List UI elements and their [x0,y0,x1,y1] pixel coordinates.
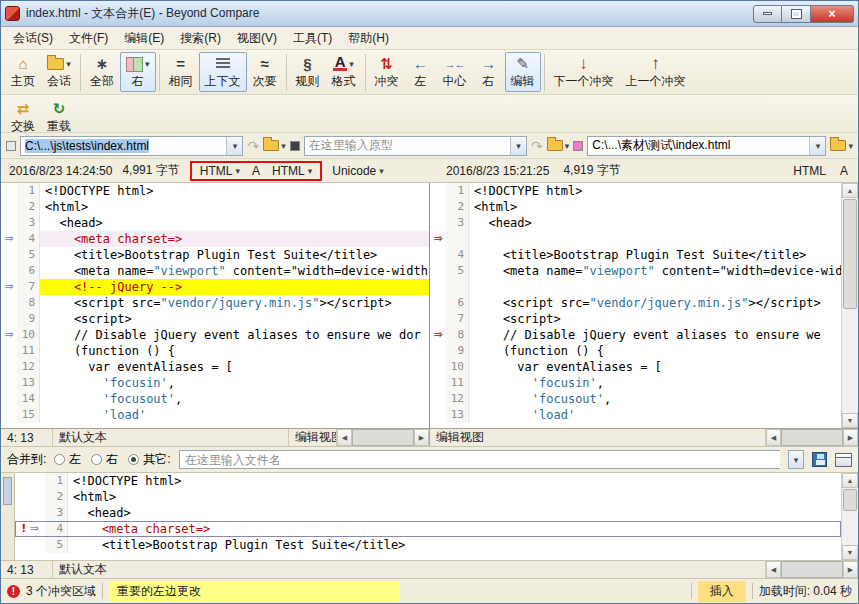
toolbar-button-swap[interactable]: ⇄交换 [5,97,41,137]
code-line[interactable]: 5 <title>Bootstrap Plugin Test Suite</ti… [15,537,841,553]
code-line[interactable]: 13 'load' [430,407,841,423]
browse-center-button[interactable]: ▾ [547,140,570,151]
code-line[interactable]: 11 'focusin', [430,375,841,391]
chevron-down-icon[interactable]: ▾ [281,141,286,151]
merge-hscrollbar[interactable]: ◀ ▶ [766,561,858,578]
toolbar-button-sessions[interactable]: ▾会话 [41,52,77,92]
scrollbar-thumb[interactable] [781,561,843,578]
browse-right-button[interactable]: ▾ [830,140,853,151]
overview-thumb[interactable] [3,477,12,505]
merge-pane-scrollbar[interactable]: ▲ ▼ [841,473,858,560]
close-button[interactable]: × [811,5,854,23]
toolbar-button-same[interactable]: =相同 [163,52,199,92]
encoding-dropdown[interactable]: Unicode▾ [332,164,384,178]
chevron-down-icon[interactable]: ▾ [349,59,354,69]
code-line[interactable]: 12 'focusout', [430,391,841,407]
merge-output-pane[interactable]: 1<!DOCTYPE html>2<html>3 <head>! ⇒4 <met… [1,473,858,561]
minimize-button[interactable] [753,5,782,23]
code-line[interactable]: ⇒7 <!-- jQuery --> [1,279,429,295]
scroll-right-icon[interactable]: ▶ [843,429,858,446]
code-line[interactable]: 3 <head> [430,215,841,231]
code-line[interactable]: 12 var eventAliases = [ [1,359,429,375]
chevron-down-icon[interactable]: ▾ [788,450,804,469]
right-path-combo[interactable]: C:\...\素材\测试\index.html ▾ [587,136,826,156]
code-line[interactable]: 11 (function () { [1,343,429,359]
swap-path-icon[interactable]: ↷ [247,138,259,154]
code-line[interactable]: 10 var eventAliases = [ [430,359,841,375]
toolbar-button-left-arrow[interactable]: ←左 [405,52,437,92]
code-line[interactable]: 8 <script src="vendor/jquery.min.js"></s… [1,295,429,311]
scrollbar-thumb[interactable] [781,429,843,446]
chevron-down-icon[interactable]: ▾ [226,137,242,155]
scroll-left-icon[interactable]: ◀ [766,429,781,446]
code-line[interactable]: ⇒ [430,231,841,247]
format-dropdown-2[interactable]: HTML▾ [272,164,312,178]
scroll-right-icon[interactable]: ▶ [843,561,858,578]
code-line[interactable]: ! ⇒4 <meta charset=> [15,521,841,537]
toolbar-button-format[interactable]: A▾格式 [326,52,362,92]
merge-filename-input[interactable] [179,450,780,469]
right-code-pane[interactable]: 1<!DOCTYPE html>2<html>3 <head>⇒4 <title… [430,183,858,428]
code-line[interactable]: 14 'focusout', [1,391,429,407]
code-line[interactable]: 9 (function () { [430,343,841,359]
code-line[interactable]: 1<!DOCTYPE html> [1,183,429,199]
toolbar-button-home[interactable]: ⌂主页 [5,52,41,92]
radio-icon[interactable] [54,454,65,465]
menu-item[interactable]: 视图(V) [229,27,285,50]
right-pane-scrollbar[interactable]: ▲ ▼ [841,183,858,428]
code-line[interactable]: 2<html> [1,199,429,215]
menu-item[interactable]: 搜索(R) [172,27,229,50]
radio-icon[interactable] [91,454,102,465]
radio-icon[interactable] [128,454,139,465]
merge-target-radio-2[interactable]: 其它: [128,451,170,468]
scroll-right-icon[interactable]: ▶ [414,429,429,446]
menu-item[interactable]: 文件(F) [61,27,116,50]
toolbar-button-context[interactable]: 上下文 [199,52,247,92]
chevron-down-icon[interactable]: ▾ [145,59,150,69]
scrollbar-thumb[interactable] [352,429,414,446]
merge-target-radio-0[interactable]: 左 [54,451,81,468]
right-file-format[interactable]: HTML [793,164,826,178]
layout-panels-icon[interactable] [835,453,852,467]
overview-strip[interactable] [1,473,15,560]
code-line[interactable]: 9 <script> [1,311,429,327]
scroll-down-icon[interactable]: ▼ [842,545,858,560]
chevron-down-icon[interactable]: ▾ [565,141,570,151]
scroll-left-icon[interactable]: ◀ [337,429,352,446]
format-dropdown[interactable]: HTML▾ [200,164,240,178]
code-line[interactable]: 2<html> [15,489,841,505]
code-line[interactable]: 15 'load' [1,407,429,423]
menu-item[interactable]: 会话(S) [5,27,61,50]
code-line[interactable]: 2<html> [430,199,841,215]
chevron-down-icon[interactable]: ▾ [66,59,71,69]
chevron-down-icon[interactable]: ▾ [809,137,825,155]
center-path-combo[interactable]: 在这里输入原型 ▾ [304,136,527,156]
left-path-combo[interactable]: C:\...\js\tests\index.html ▾ [20,136,243,156]
scroll-down-icon[interactable]: ▼ [842,413,858,428]
scroll-up-icon[interactable]: ▲ [842,183,858,198]
toolbar-button-prev-conflict[interactable]: ↑上一个冲突 [620,52,692,92]
toolbar-button-all[interactable]: ∗全部 [84,52,120,92]
toolbar-button-edit[interactable]: ✎编辑 [505,52,541,92]
swap-path-icon[interactable]: ↷ [531,138,543,154]
toolbar-button-next-conflict[interactable]: ↓下一个冲突 [548,52,620,92]
code-line[interactable]: ⇒10 // Disable jQuery event aliases to e… [1,327,429,343]
browse-left-button[interactable]: ▾ [263,140,286,151]
code-line[interactable]: 3 <head> [15,505,841,521]
toolbar-button-minor[interactable]: ≈次要 [247,52,283,92]
code-line[interactable]: 7 <script> [430,311,841,327]
code-line[interactable]: 6 <script src="vendor/jquery.min.js"></s… [430,295,841,311]
toolbar-button-reload[interactable]: ↻重载 [41,97,77,137]
toolbar-button-center[interactable]: →←中心 [437,52,473,92]
code-line[interactable]: 4 <title>Bootstrap Plugin Test Suite</ti… [430,247,841,263]
code-line[interactable]: ⇒4 <meta charset=> [1,231,429,247]
scroll-up-icon[interactable]: ▲ [842,473,858,488]
maximize-button[interactable] [782,5,811,23]
chevron-down-icon[interactable]: ▾ [848,141,853,151]
toolbar-button-conflicts[interactable]: ⇅冲突 [369,52,405,92]
code-line[interactable]: 5 <title>Bootstrap Plugin Test Suite</ti… [1,247,429,263]
save-icon[interactable] [812,452,827,467]
code-line[interactable]: ⇒8 // Disable jQuery event aliases to en… [430,327,841,343]
toolbar-button-panes-right[interactable]: ▾右 [120,52,156,92]
merge-target-radio-1[interactable]: 右 [91,451,118,468]
